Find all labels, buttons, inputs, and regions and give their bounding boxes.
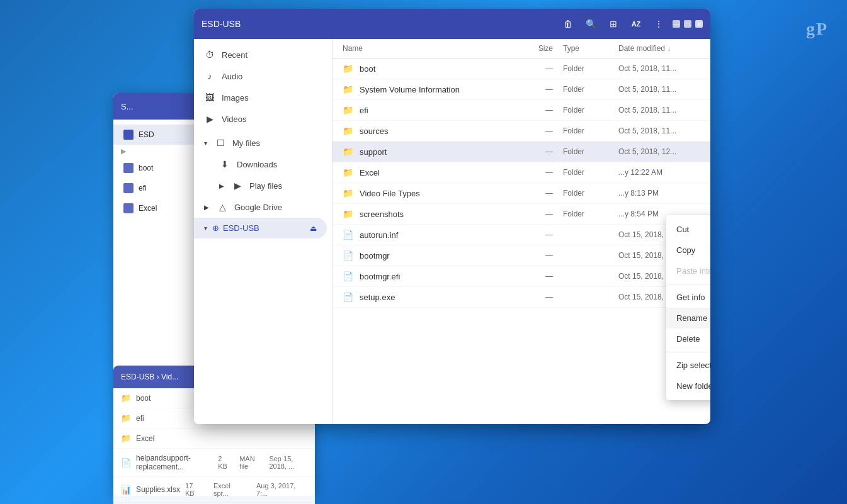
sidebar-item-esd-usb[interactable]: ▾ ⊕ ESD-USB ⏏ [194,218,327,238]
delete-button[interactable]: 🗑 [559,15,577,33]
bottom-list-item[interactable]: 📊 Supplies.xlsx 17 KB Excel spr... Aug 3… [113,477,315,503]
sidebar-item-downloads[interactable]: ⬇ Downloads [214,154,327,175]
folder-icon: 📁 [121,434,131,443]
sidebar-label: ESD-USB [223,223,259,233]
ctx-zip[interactable]: Zip selection [666,355,710,376]
file-row-efi[interactable]: 📁 efi — Folder Oct 5, 2018, 11... [333,100,710,121]
file-date: Oct 5, 2018, 11... [618,85,700,94]
bg-item-label: efi [139,184,147,193]
file-size: — [515,147,553,156]
file-date: Oct 5, 2018, 12... [618,147,700,156]
file-icon: 📄 [121,458,131,468]
sidebar-item-play-files[interactable]: ▶ ▶ Play files [214,175,327,196]
file-size: — [515,126,553,135]
file-row-bootmgr-efi[interactable]: 📄 bootmgr.efi — Oct 15, 2018, ... [333,266,710,287]
col-date-label: Date modified [618,44,665,53]
ctx-paste: Paste into folder [666,260,710,281]
file-size: — [515,210,553,218]
col-date-header[interactable]: Date modified ↓ [618,44,700,53]
videos-icon: ▶ [204,114,215,124]
ctx-rename[interactable]: Rename Ctrl+Enter [666,308,710,328]
sidebar-label: My files [232,138,260,148]
folder-icon: 📁 [343,188,353,198]
file-icon: 📄 [343,230,353,240]
file-type: Folder [563,189,613,198]
expand-arrow-icon: ▾ [204,140,207,147]
file-row-support[interactable]: 📁 support — Folder Oct 5, 2018, 12... [333,142,710,162]
grid-view-button[interactable]: ⊞ [605,15,622,33]
eject-icon[interactable]: ⏏ [310,224,317,233]
ctx-delete-label: Delete [676,334,700,344]
file-row-excel[interactable]: 📁 Excel — Folder ...y 12:22 AM [333,162,710,183]
file-size: — [515,85,553,94]
sidebar-item-recent[interactable]: ⏱ Recent [194,44,327,65]
file-row-autorun[interactable]: 📄 autorun.inf — Oct 15, 2018, ... [333,225,710,245]
file-date: Sep 15, 2018, ... [269,455,307,470]
file-name: efi [360,106,515,115]
file-name: Excel [136,434,154,443]
sidebar-item-google-drive[interactable]: ▶ △ Google Drive [194,196,327,218]
file-date: Oct 5, 2018, 11... [618,64,700,73]
my-files-icon: ☐ [215,138,226,148]
audio-icon: ♪ [204,71,215,81]
file-row-setup[interactable]: 📄 setup.exe — Oct 15, 2018, ... [333,287,710,308]
file-type: Excel spr... [213,482,246,497]
minimize-button[interactable]: — [673,20,680,28]
file-name: efi [136,414,144,423]
file-row-svi[interactable]: 📁 System Volume Information — Folder Oct… [333,79,710,100]
file-name: setup.exe [360,293,515,302]
file-type: Folder [563,168,613,177]
esd-icon: ⊕ [212,223,219,233]
folder-icon: 📁 [343,167,353,177]
close-button[interactable]: ✕ [695,20,703,28]
ctx-delete[interactable]: Delete Alt+Backspace [666,328,710,349]
bottom-list-item[interactable]: 📄 helpandsupport-replacement... 2 KB MAN… [113,449,315,477]
file-row-sources[interactable]: 📁 sources — Folder Oct 5, 2018, 11... [333,121,710,142]
file-row-screenshots[interactable]: 📁 screenshots — Folder ...y 8:54 PM [333,204,710,225]
sidebar-item-images[interactable]: 🖼 Images [194,87,327,108]
file-name: support [360,147,515,157]
sidebar-item-my-files[interactable]: ▾ ☐ My files [194,132,327,154]
sidebar-item-audio[interactable]: ♪ Audio [194,65,327,87]
sidebar-label: Recent [222,50,247,60]
excel-icon: 📊 [121,485,131,495]
file-type: Folder [563,210,613,218]
sort-icon: AZ [632,20,641,28]
expand-arrow-icon: ▶ [204,204,209,211]
file-size: — [515,168,553,177]
bg-drive-icon [123,130,134,140]
file-type: Folder [563,106,613,115]
ctx-get-info[interactable]: Get info Space [666,287,710,308]
file-date: Aug 3, 2017, 7:... [256,482,307,497]
file-name: helpandsupport-replacement... [136,454,213,471]
bottom-list-item[interactable]: 📁 Excel [113,428,315,449]
ctx-copy[interactable]: Copy Ctrl+C [666,240,710,260]
sidebar-item-videos[interactable]: ▶ Videos [194,108,327,130]
col-size-header: Size [515,44,553,53]
folder-icon: 📁 [343,209,353,219]
ctx-cut[interactable]: Cut Ctrl+X [666,219,710,240]
maximize-button[interactable]: □ [684,20,691,28]
toolbar-actions: 🗑 🔍 ⊞ AZ ⋮ [559,15,668,33]
file-size: — [515,230,553,239]
ctx-new-folder[interactable]: New folder Ctrl+E [666,376,710,396]
file-row-boot[interactable]: 📁 boot — Folder Oct 5, 2018, 11... [333,59,710,79]
bg-folder-icon [123,203,134,213]
ctx-cut-label: Cut [676,225,689,234]
ctx-zip-label: Zip selection [676,361,710,370]
ctx-paste-label: Paste into folder [676,266,710,276]
ctx-divider [666,352,710,352]
file-name: screenshots [360,210,515,219]
search-button[interactable]: 🔍 [582,15,600,33]
sidebar-label: Google Drive [234,203,282,212]
ctx-get-info-label: Get info [676,293,705,302]
file-type: Folder [563,64,613,73]
file-type: MAN file [239,455,259,470]
file-row-bootmgr[interactable]: 📄 bootmgr — Oct 15, 2018, ... [333,245,710,266]
file-name: bootmgr [360,251,515,260]
file-date: ...y 8:13 PM [618,189,700,198]
more-menu-button[interactable]: ⋮ [650,15,668,33]
file-row-video-file-types[interactable]: 📁 Video File Types — Folder ...y 8:13 PM [333,183,710,204]
folder-icon: 📁 [121,393,131,403]
sort-button[interactable]: AZ [627,15,645,33]
